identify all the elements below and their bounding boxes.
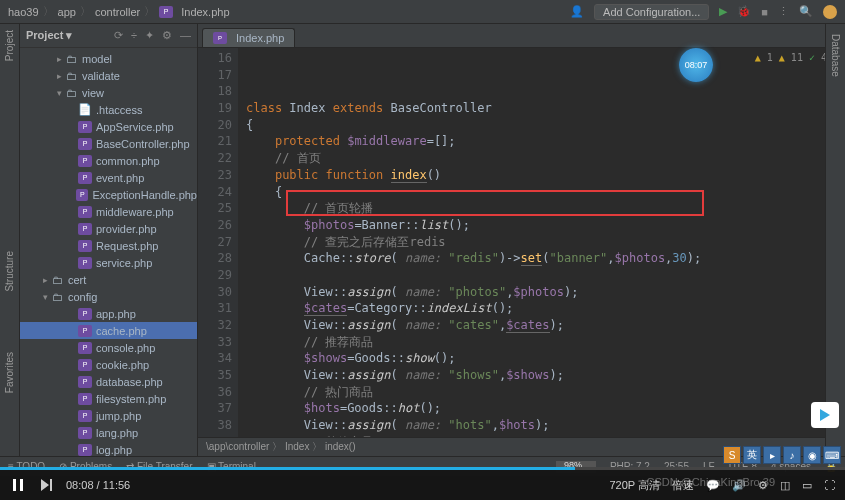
tree-item-common-php[interactable]: Pcommon.php (20, 152, 197, 169)
search-icon[interactable]: 🔍 (799, 5, 813, 18)
pip-icon[interactable]: ◫ (780, 479, 790, 492)
play-pause-button[interactable] (10, 477, 26, 493)
tree-item-AppService-php[interactable]: PAppService.php (20, 118, 197, 135)
user-icon[interactable]: 👤 (570, 5, 584, 18)
tree-label: log.php (96, 444, 132, 456)
folder-icon: 🗀 (64, 87, 78, 99)
tab-index-php[interactable]: P Index.php (202, 28, 295, 47)
ime-punct-icon[interactable]: ▸ (763, 446, 781, 464)
ime-lang[interactable]: 英 (743, 446, 761, 464)
tree-item-provider-php[interactable]: Pprovider.php (20, 220, 197, 237)
tree-item-cookie-php[interactable]: Pcookie.php (20, 356, 197, 373)
ime-keyboard-icon[interactable]: ⌨ (823, 446, 841, 464)
file-icon: 📄 (78, 104, 92, 116)
tree-item-cache-php[interactable]: Pcache.php (20, 322, 197, 339)
line-gutter[interactable]: 1617181920212223242526272829303132333435… (198, 48, 238, 437)
ime-sound-icon[interactable]: ♪ (783, 446, 801, 464)
php-icon: P (78, 240, 92, 252)
structure-tool-tab[interactable]: Structure (4, 251, 15, 292)
more-icon[interactable]: ⋮ (778, 5, 789, 18)
ime-logo-icon[interactable]: S (723, 446, 741, 464)
tree-item-service-php[interactable]: Pservice.php (20, 254, 197, 271)
tree-item-view[interactable]: ▾🗀view (20, 84, 197, 101)
tree-label: console.php (96, 342, 155, 354)
php-icon: P (78, 427, 92, 439)
project-tool-tab[interactable]: Project (4, 30, 15, 61)
php-icon: P (159, 6, 173, 18)
tree-item-Request-php[interactable]: PRequest.php (20, 237, 197, 254)
split-icon[interactable]: ÷ (131, 29, 137, 42)
tree-item-filesystem-php[interactable]: Pfilesystem.php (20, 390, 197, 407)
crumb[interactable]: app (58, 6, 76, 18)
tree-item-validate[interactable]: ▸🗀validate (20, 67, 197, 84)
tree-label: provider.php (96, 223, 157, 235)
hide-icon[interactable]: — (180, 29, 191, 42)
tree-item-lang-php[interactable]: Plang.php (20, 424, 197, 441)
tree-label: validate (82, 70, 120, 82)
tree-item-event-php[interactable]: Pevent.php (20, 169, 197, 186)
tree-item--htaccess[interactable]: 📄.htaccess (20, 101, 197, 118)
folder-icon: 🗀 (64, 53, 78, 65)
favorites-tool-tab[interactable]: Favorites (4, 352, 15, 393)
tree-label: cert (68, 274, 86, 286)
database-tool-tab[interactable]: Database (830, 34, 841, 77)
php-icon: P (213, 32, 227, 44)
tree-label: middleware.php (96, 206, 174, 218)
tree-label: view (82, 87, 104, 99)
tree-label: database.php (96, 376, 163, 388)
tree-item-log-php[interactable]: Plog.php (20, 441, 197, 456)
tree-label: lang.php (96, 427, 138, 439)
wide-icon[interactable]: ▭ (802, 479, 812, 492)
code-editor[interactable]: 1617181920212223242526272829303132333435… (198, 48, 845, 437)
php-icon: P (78, 121, 92, 133)
crumb[interactable]: controller (95, 6, 140, 18)
tree-item-model[interactable]: ▸🗀model (20, 50, 197, 67)
tree-label: AppService.php (96, 121, 174, 133)
breadcrumb[interactable]: hao39〉 app〉 controller〉 P Index.php (8, 4, 230, 19)
tree-label: cookie.php (96, 359, 149, 371)
avatar[interactable] (823, 5, 837, 19)
tree-item-middleware-php[interactable]: Pmiddleware.php (20, 203, 197, 220)
tree-label: ExceptionHandle.php (92, 189, 197, 201)
stop-icon: ■ (761, 6, 768, 18)
php-icon: P (78, 444, 92, 456)
crumb[interactable]: hao39 (8, 6, 39, 18)
tree-label: model (82, 53, 112, 65)
php-icon: P (78, 172, 92, 184)
tree-item-console-php[interactable]: Pconsole.php (20, 339, 197, 356)
tree-label: config (68, 291, 97, 303)
source-code[interactable]: class Index extends BaseController{ prot… (238, 48, 845, 437)
tree-item-jump-php[interactable]: Pjump.php (20, 407, 197, 424)
ime-skin-icon[interactable]: ◉ (803, 446, 821, 464)
tree-item-database-php[interactable]: Pdatabase.php (20, 373, 197, 390)
tree-item-BaseController-php[interactable]: PBaseController.php (20, 135, 197, 152)
tree-label: common.php (96, 155, 160, 167)
progress-bar[interactable] (0, 467, 845, 470)
project-tree[interactable]: ▸🗀model▸🗀validate▾🗀view📄.htaccessPAppSer… (20, 48, 197, 456)
ime-toolbar[interactable]: S 英 ▸ ♪ ◉ ⌨ (723, 446, 841, 464)
next-button[interactable] (38, 477, 54, 493)
php-icon: P (78, 342, 92, 354)
crumb[interactable]: Index.php (181, 6, 229, 18)
editor-tabs: P Index.php (198, 24, 845, 48)
tree-item-config[interactable]: ▾🗀config (20, 288, 197, 305)
tab-label: Index.php (236, 32, 284, 44)
settings-icon[interactable]: ⚙ (162, 29, 172, 42)
tree-item-ExceptionHandle-php[interactable]: PExceptionHandle.php (20, 186, 197, 203)
sync-icon[interactable]: ⟳ (114, 29, 123, 42)
php-icon: P (78, 155, 92, 167)
php-icon: P (78, 257, 92, 269)
php-icon: P (78, 325, 92, 337)
run-icon[interactable]: ▶ (719, 5, 727, 18)
php-icon: P (78, 138, 92, 150)
tree-item-cert[interactable]: ▸🗀cert (20, 271, 197, 288)
fullscreen-icon[interactable]: ⛶ (824, 479, 835, 491)
top-toolbar: hao39〉 app〉 controller〉 P Index.php 👤 Ad… (0, 0, 845, 24)
clock-overlay-badge: 08:07 (679, 48, 713, 82)
tool-window-strip-left: Project Structure Favorites (0, 24, 20, 456)
select-icon[interactable]: ✦ (145, 29, 154, 42)
add-configuration-button[interactable]: Add Configuration... (594, 4, 709, 20)
debug-icon[interactable]: 🐞 (737, 5, 751, 18)
tree-item-app-php[interactable]: Papp.php (20, 305, 197, 322)
bilibili-play-icon[interactable] (811, 402, 839, 428)
